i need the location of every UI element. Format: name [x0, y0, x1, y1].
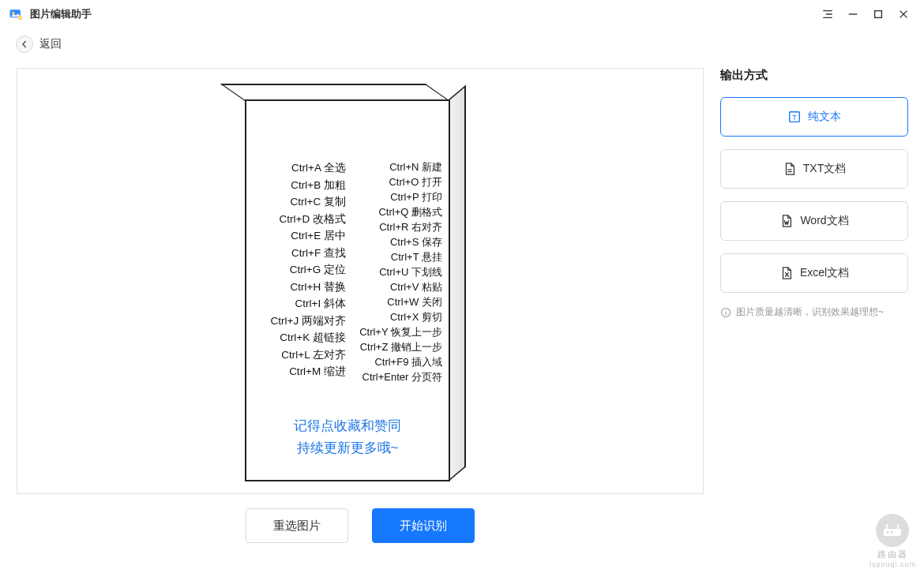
shortcut-item: Ctrl+L 左对齐 — [281, 346, 346, 364]
output-option-label: 纯文本 — [808, 110, 841, 124]
shortcut-item: Ctrl+D 改格式 — [280, 211, 346, 228]
shortcut-item: Ctrl+T 悬挂 — [391, 249, 442, 264]
shortcut-item: Ctrl+F9 插入域 — [374, 354, 442, 369]
shortcut-item: Ctrl+E 居中 — [291, 227, 346, 245]
svg-rect-7 — [875, 11, 882, 18]
output-options: T纯文本TXT文档Word文档Excel文档 — [720, 97, 908, 293]
output-option-0[interactable]: T纯文本 — [720, 97, 908, 137]
action-row: 重选图片 开始识别 — [246, 508, 475, 543]
svg-text:T: T — [792, 114, 797, 122]
shortcut-item: Ctrl+V 粘贴 — [390, 279, 442, 294]
preview-footer-line2: 持续更新更多哦~ — [245, 437, 450, 459]
preview-footer-line1: 记得点收藏和赞同 — [245, 415, 450, 437]
preview-column: Ctrl+A 全选Ctrl+B 加粗Ctrl+C 复制Ctrl+D 改格式Ctr… — [16, 68, 704, 543]
app-title: 图片编辑助手 — [30, 7, 92, 21]
watermark-sub: luyouqi.com — [870, 560, 916, 568]
shortcut-item: Ctrl+M 缩进 — [289, 363, 346, 380]
shortcut-item: Ctrl+N 新建 — [389, 159, 442, 174]
menu-button[interactable] — [815, 3, 840, 25]
shortcut-item: Ctrl+G 定位 — [290, 261, 346, 279]
toolbar: 返回 — [0, 28, 924, 60]
shortcut-item: Ctrl+W 关闭 — [387, 294, 442, 309]
close-button[interactable] — [891, 3, 916, 25]
output-option-1[interactable]: TXT文档 — [720, 149, 908, 189]
side-panel-title: 输出方式 — [720, 68, 908, 83]
output-option-label: Word文档 — [800, 214, 848, 228]
shortcut-item: Ctrl+Q 删格式 — [378, 204, 442, 219]
shortcut-item: Ctrl+Y 恢复上一步 — [359, 324, 442, 339]
shortcut-item: Ctrl+X 剪切 — [390, 309, 442, 324]
shortcut-item: Ctrl+U 下划线 — [379, 264, 442, 279]
minimize-button[interactable] — [840, 3, 866, 25]
shortcut-item: Ctrl+J 两端对齐 — [271, 313, 346, 330]
svg-point-16 — [725, 309, 726, 310]
maximize-button[interactable] — [866, 3, 891, 25]
preview-image: Ctrl+A 全选Ctrl+B 加粗Ctrl+C 复制Ctrl+D 改格式Ctr… — [242, 76, 479, 486]
shortcut-item: Ctrl+R 右对齐 — [379, 219, 442, 234]
preview-footer: 记得点收藏和赞同 持续更新更多哦~ — [245, 415, 450, 459]
app-icon — [8, 6, 24, 22]
file-txt-icon — [783, 162, 797, 176]
back-button[interactable] — [16, 36, 33, 53]
info-icon — [720, 307, 731, 318]
file-word-icon — [779, 214, 794, 228]
image-preview: Ctrl+A 全选Ctrl+B 加粗Ctrl+C 复制Ctrl+D 改格式Ctr… — [17, 68, 704, 494]
file-excel-icon — [779, 266, 794, 280]
watermark-text: 路由器 — [877, 549, 908, 560]
shortcut-item: Ctrl+C 复制 — [291, 193, 346, 211]
shortcut-item: Ctrl+Z 撤销上一步 — [360, 339, 442, 354]
titlebar: 图片编辑助手 — [0, 0, 924, 28]
shortcut-item: Ctrl+O 打开 — [389, 174, 442, 189]
hint-text: 图片质量越清晰，识别效果越理想~ — [736, 305, 884, 319]
content: Ctrl+A 全选Ctrl+B 加粗Ctrl+C 复制Ctrl+D 改格式Ctr… — [0, 60, 924, 543]
hint: 图片质量越清晰，识别效果越理想~ — [720, 305, 908, 319]
shortcut-item: Ctrl+A 全选 — [291, 159, 346, 177]
shortcut-item: Ctrl+K 超链接 — [280, 329, 346, 346]
output-option-2[interactable]: Word文档 — [720, 201, 908, 241]
output-option-3[interactable]: Excel文档 — [720, 253, 908, 293]
shortcut-item: Ctrl+Enter 分页符 — [362, 369, 443, 384]
shortcut-item: Ctrl+F 查找 — [291, 245, 346, 262]
shortcut-list-right: Ctrl+N 新建Ctrl+O 打开Ctrl+P 打印Ctrl+Q 删格式Ctr… — [346, 159, 445, 384]
back-label: 返回 — [39, 37, 62, 51]
output-option-label: TXT文档 — [803, 162, 846, 176]
side-panel: 输出方式 T纯文本TXT文档Word文档Excel文档 图片质量越清晰，识别效果… — [720, 68, 908, 543]
shortcut-item: Ctrl+S 保存 — [390, 234, 442, 249]
shortcut-item: Ctrl+H 替换 — [291, 279, 346, 296]
shortcut-item: Ctrl+I 斜体 — [295, 295, 346, 313]
start-recognition-button[interactable]: 开始识别 — [372, 508, 475, 543]
reselect-image-button[interactable]: 重选图片 — [246, 508, 348, 543]
shortcut-item: Ctrl+B 加粗 — [291, 177, 346, 194]
shortcut-list-left: Ctrl+A 全选Ctrl+B 加粗Ctrl+C 复制Ctrl+D 改格式Ctr… — [251, 159, 346, 384]
text-icon: T — [787, 110, 802, 124]
shortcut-item: Ctrl+P 打印 — [390, 189, 442, 204]
output-option-label: Excel文档 — [800, 266, 849, 280]
